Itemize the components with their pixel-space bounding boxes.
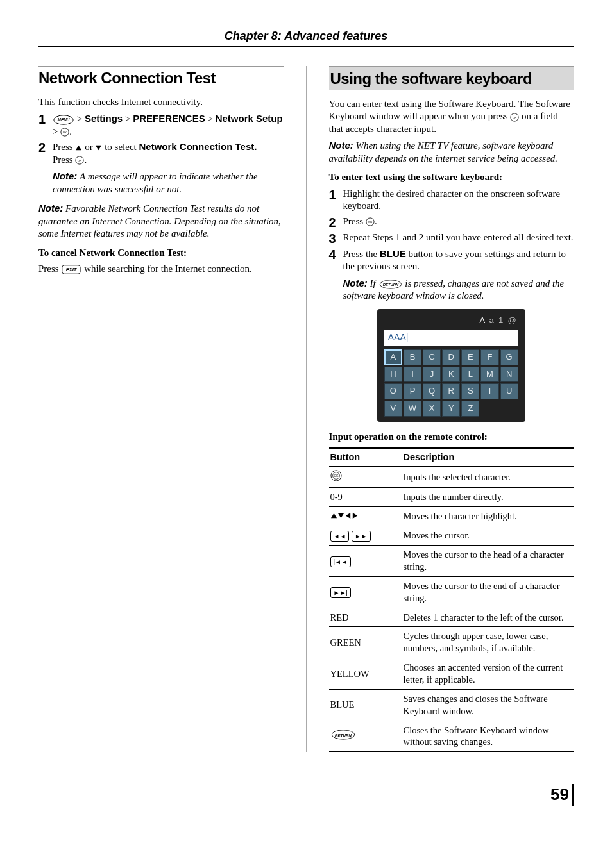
step-number: 3 [329, 231, 343, 245]
step-body: Highlight the desired character on the o… [343, 188, 574, 213]
kb-mode: A [479, 315, 484, 325]
kb-input-field: AAA| [384, 330, 518, 345]
kb-step-4: 4 Press the BLUE button to save your set… [329, 247, 574, 303]
note-text-a: If [370, 278, 378, 288]
button-cell [329, 507, 402, 526]
kb-key: C [423, 349, 441, 365]
kb-key: D [442, 349, 460, 365]
kb-key: G [500, 349, 518, 365]
kb-key: L [461, 367, 479, 383]
kb-key: T [480, 383, 498, 399]
description-cell: Chooses an accented version of the curre… [402, 658, 574, 690]
enter-heading: To enter text using the software keyboar… [329, 171, 574, 184]
down-arrow-icon [95, 144, 102, 151]
kb-key: E [461, 349, 479, 365]
path-settings: Settings [85, 113, 123, 124]
th-description: Description [402, 448, 574, 466]
column-divider [306, 66, 307, 752]
description-cell: Inputs the number directly. [402, 488, 574, 507]
menu-icon [53, 115, 74, 125]
kb-key: U [500, 383, 518, 399]
kb-key: P [404, 383, 421, 399]
return-icon [378, 280, 403, 289]
nct-step-1: 1 > Settings > PREFERENCES > Network Set… [38, 112, 284, 138]
kb-key: J [423, 367, 441, 383]
table-row: Moves the character highlight. [329, 507, 574, 526]
kb-key: M [480, 367, 498, 383]
nct-label: Network Connection Test. [139, 141, 257, 152]
kb-step-3: 3 Repeat Steps 1 and 2 until you have en… [329, 231, 574, 245]
input-op-heading: Input operation on the remote control: [329, 431, 574, 444]
note-text: When using the NET TV feature, software … [329, 140, 558, 163]
button-cell [329, 721, 402, 752]
step-number: 2 [329, 215, 343, 229]
table-row: Closes the Software Keyboard window with… [329, 721, 574, 752]
kb-key: V [384, 401, 402, 417]
kb-mode: @ [508, 315, 516, 325]
button-cell: 0-9 [329, 488, 402, 507]
description-cell: Inputs the selected character. [402, 466, 574, 488]
nct-step-2: 2 Press or to select Network Connection … [38, 140, 284, 196]
ok-icon [366, 217, 375, 226]
description-cell: Cycles through upper case, lower case, n… [402, 627, 574, 658]
ok-icon [75, 156, 84, 165]
kb-step-2: 2 Press . [329, 215, 574, 229]
button-cell: BLUE [329, 689, 402, 721]
table-row: GREENCycles through upper case, lower ca… [329, 627, 574, 658]
kb-key: H [384, 367, 402, 383]
kb-key: W [404, 401, 421, 417]
table-row: ◄◄ ►►Moves the cursor. [329, 526, 574, 546]
description-cell: Saves changes and closes the Software Ke… [402, 689, 574, 721]
button-cell: ►►| [329, 576, 402, 608]
kb-key: Q [423, 383, 441, 399]
button-cell [329, 466, 402, 488]
button-cell: |◄◄ [329, 546, 402, 577]
description-cell: Closes the Software Keyboard window with… [402, 721, 574, 752]
note-label: Note: [38, 203, 63, 213]
table-row: Inputs the selected character. [329, 466, 574, 488]
software-keyboard-graphic: A a 1 @ AAA| ABCDEFGHIJKLMNOPQRSTUVWXYZ [377, 309, 525, 422]
note-label: Note: [53, 171, 77, 181]
kb-key: X [423, 401, 441, 417]
step-body: Press . [343, 215, 574, 228]
kb-key-empty [480, 401, 498, 417]
note-label: Note: [343, 278, 368, 288]
button-cell: ◄◄ ►► [329, 526, 402, 546]
up-arrow-icon [75, 144, 82, 151]
table-row: |◄◄Moves the cursor to the head of a cha… [329, 546, 574, 577]
description-cell: Moves the character highlight. [402, 507, 574, 526]
press-text: Press [53, 142, 75, 152]
ok-icon [60, 128, 69, 137]
note-text: A message will appear to indicate whethe… [53, 171, 258, 194]
kb-step-1: 1 Highlight the desired character on the… [329, 188, 574, 213]
table-row: BLUESaves changes and closes the Softwar… [329, 689, 574, 721]
press-text-2: Press [53, 154, 75, 165]
cancel-rest: while searching for the Internet connect… [84, 263, 252, 274]
ok-icon [510, 113, 519, 122]
kb-key: N [500, 367, 518, 383]
kb-key: O [384, 383, 402, 399]
kb-key: I [404, 367, 421, 383]
cancel-body: Press while searching for the Internet c… [38, 263, 284, 276]
to-select-text: to select [105, 142, 139, 152]
kb-key: F [480, 349, 498, 365]
table-row: 0-9Inputs the number directly. [329, 488, 574, 507]
kb-mode: a [489, 315, 494, 325]
left-column: Network Connection Test This function ch… [38, 66, 284, 752]
step-body: Repeat Steps 1 and 2 until you have ente… [343, 231, 574, 244]
table-row: YELLOWChooses an accented version of the… [329, 658, 574, 690]
step-body: Press the BLUE button to save your setti… [343, 247, 574, 303]
press-label: Press [38, 263, 61, 274]
right-column: Using the software keyboard You can ente… [329, 66, 574, 752]
description-cell: Moves the cursor to the end of a charact… [402, 576, 574, 608]
step-number: 2 [38, 140, 53, 154]
kb-mode-row: A a 1 @ [382, 314, 520, 328]
step-number: 4 [329, 247, 343, 261]
section-title-nct: Network Connection Test [38, 66, 284, 88]
nct-intro: This function checks Internet connectivi… [38, 96, 284, 109]
kb-intro: You can enter text using the Software Ke… [329, 98, 574, 136]
kb-key: Z [461, 401, 479, 417]
section-title-keyboard: Using the software keyboard [329, 66, 574, 90]
button-cell: RED [329, 608, 402, 627]
kb-key: K [442, 367, 460, 383]
